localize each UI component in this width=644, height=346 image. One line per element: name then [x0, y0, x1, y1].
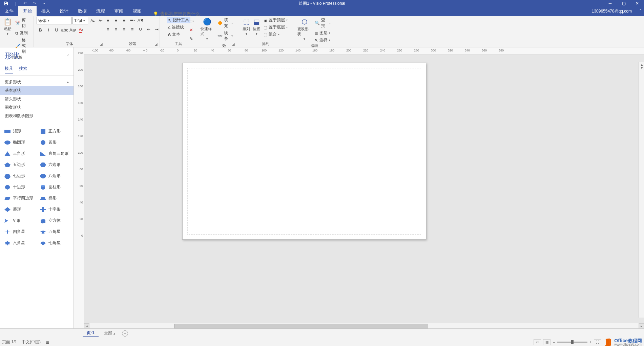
- shapes-collapse-button[interactable]: ‹: [67, 53, 69, 58]
- rectangle-tool-button[interactable]: ▭▾: [187, 18, 195, 24]
- all-pages-button[interactable]: 全部▴: [104, 330, 115, 336]
- redo-button[interactable]: ↷: [30, 0, 39, 6]
- shape-item[interactable]: 六角星: [1, 237, 37, 248]
- font-dialog-launcher[interactable]: ◢: [100, 42, 104, 46]
- shape-item[interactable]: 椭圆形: [1, 137, 37, 148]
- font-size-combo[interactable]: 12pt▾: [72, 17, 88, 24]
- shape-item[interactable]: 正方形: [37, 126, 72, 137]
- page-tab-1[interactable]: 页-1: [83, 330, 99, 337]
- qat-customize[interactable]: ▾: [40, 0, 48, 6]
- canvas-viewport[interactable]: ▲▼: [84, 55, 644, 323]
- pointer-tool-button[interactable]: ↖指针工具: [167, 17, 190, 23]
- tab-data[interactable]: 数据: [73, 6, 91, 16]
- align-middle-button[interactable]: ≡: [112, 17, 120, 24]
- macro-recorder-icon[interactable]: ▦: [45, 340, 49, 345]
- shape-item[interactable]: 四角星: [1, 226, 37, 237]
- font-color-button[interactable]: A▾: [77, 26, 85, 33]
- decrease-font-button[interactable]: A▾: [97, 17, 104, 24]
- shape-item[interactable]: 直角三角形: [37, 148, 72, 159]
- position-button[interactable]: ⬓位置▾: [252, 17, 261, 36]
- horizontal-scrollbar[interactable]: ◂ ▸: [84, 323, 644, 328]
- new-page-button[interactable]: +: [122, 330, 128, 337]
- close-button[interactable]: ✕: [630, 0, 644, 7]
- ribbon-collapse-button[interactable]: ˄: [639, 9, 641, 14]
- text-tool-button[interactable]: A文本: [167, 31, 190, 38]
- category-basic-shapes[interactable]: 基本形状: [0, 86, 74, 95]
- shape-item[interactable]: 菱形: [1, 204, 37, 215]
- shape-item[interactable]: 六边形: [37, 159, 72, 170]
- shape-item[interactable]: 七角星: [37, 237, 72, 248]
- shape-item[interactable]: 十字形: [37, 204, 72, 215]
- decrease-indent-button[interactable]: ⇤: [145, 26, 152, 33]
- font-name-combo[interactable]: 宋体▾: [37, 17, 72, 24]
- shape-item[interactable]: 立方体: [37, 215, 72, 226]
- line-button[interactable]: 〰️线条▾: [216, 30, 234, 42]
- undo-button[interactable]: ↶: [21, 0, 29, 6]
- paragraph-dialog-launcher[interactable]: ◢: [155, 42, 159, 46]
- normal-view-button[interactable]: ▦: [543, 339, 550, 345]
- zoom-in-button[interactable]: +: [589, 340, 592, 345]
- quick-styles-button[interactable]: 🔵 快速样式 ▾: [200, 17, 215, 41]
- align-bottom-button[interactable]: ≡: [121, 17, 128, 24]
- tab-view[interactable]: 视图: [128, 6, 146, 16]
- change-shape-button[interactable]: ⬡更改形状▾: [297, 17, 312, 41]
- shape-item[interactable]: 七边形: [1, 170, 37, 181]
- tab-file[interactable]: 文件: [0, 6, 18, 16]
- paste-button[interactable]: 📋 粘贴 ▾: [3, 17, 13, 36]
- status-language[interactable]: 中文(中国): [22, 339, 41, 345]
- shapes-subtab-search[interactable]: 搜索: [19, 66, 27, 73]
- tab-design[interactable]: 设计: [55, 6, 73, 16]
- bullets-button[interactable]: ≣▾: [129, 17, 136, 24]
- shape-item[interactable]: 三角形: [1, 148, 37, 159]
- increase-indent-button[interactable]: ⇥: [153, 26, 161, 33]
- more-shapes-link[interactable]: 更多形状▸: [0, 78, 74, 86]
- scroll-up-icon[interactable]: ▲: [640, 63, 643, 66]
- connector-tool-button[interactable]: ⎌连接线: [167, 24, 190, 30]
- scroll-track[interactable]: [89, 323, 639, 328]
- tab-process[interactable]: 流程: [91, 6, 110, 16]
- fill-button[interactable]: 🔶填充▾: [216, 17, 234, 29]
- zoom-slider[interactable]: [557, 342, 587, 343]
- tell-me[interactable]: 💡: [153, 11, 221, 16]
- shape-item[interactable]: 梯形: [37, 193, 72, 204]
- strikethrough-button[interactable]: abc: [61, 26, 68, 33]
- shapes-subtab-stencils[interactable]: 模具: [5, 66, 13, 73]
- minimize-button[interactable]: ─: [603, 0, 617, 7]
- increase-font-button[interactable]: A▴: [89, 17, 96, 24]
- send-back-button[interactable]: ▢置于底层▾: [262, 24, 289, 30]
- category-pattern-shapes[interactable]: 图案形状: [0, 103, 74, 112]
- bring-front-button[interactable]: ▣置于顶层▾: [262, 17, 289, 23]
- bold-button[interactable]: B: [37, 26, 44, 33]
- align-right-button[interactable]: ≡: [121, 26, 128, 33]
- scroll-down-icon[interactable]: ▼: [640, 66, 643, 70]
- change-case-button[interactable]: Aa▾: [69, 26, 77, 33]
- zoom-out-button[interactable]: −: [553, 340, 555, 345]
- italic-button[interactable]: I: [45, 26, 52, 33]
- shape-item[interactable]: 圆柱形: [37, 181, 72, 193]
- rotate-text-button[interactable]: ↻: [137, 26, 144, 33]
- select-button[interactable]: ↖选择▾: [313, 37, 332, 43]
- restore-button[interactable]: ▢: [617, 0, 630, 7]
- drawing-page[interactable]: [182, 63, 426, 240]
- category-chart-math-shapes[interactable]: 图表和数学图形: [0, 112, 74, 120]
- underline-button[interactable]: U: [53, 26, 60, 33]
- shape-item[interactable]: 五边形: [1, 159, 37, 170]
- shape-item[interactable]: 平行四边形: [1, 193, 37, 204]
- align-left-button[interactable]: ≡: [104, 26, 112, 33]
- copy-button[interactable]: ⧉复制: [14, 30, 31, 36]
- tab-review[interactable]: 审阅: [110, 6, 128, 16]
- shape-item[interactable]: 八边形: [37, 170, 72, 181]
- category-arrow-shapes[interactable]: 箭头形状: [0, 95, 74, 103]
- fit-page-button[interactable]: ⛶: [594, 339, 601, 345]
- presentation-view-button[interactable]: ▭: [534, 339, 541, 345]
- arrange-button[interactable]: ⬚排列▾: [242, 17, 251, 36]
- freeform-tool-button[interactable]: ✎: [187, 35, 195, 42]
- group-shapes-button[interactable]: ⬚组合▾: [262, 31, 289, 38]
- cut-button[interactable]: ✂️剪切: [14, 17, 31, 29]
- zoom-thumb[interactable]: [571, 340, 574, 344]
- align-center-button[interactable]: ≡: [112, 26, 120, 33]
- shape-item[interactable]: V 形: [1, 215, 37, 226]
- justify-button[interactable]: ≡: [129, 26, 136, 33]
- vertical-scrollbar[interactable]: ▲▼: [639, 62, 644, 318]
- shape-item[interactable]: 五角星: [37, 226, 72, 237]
